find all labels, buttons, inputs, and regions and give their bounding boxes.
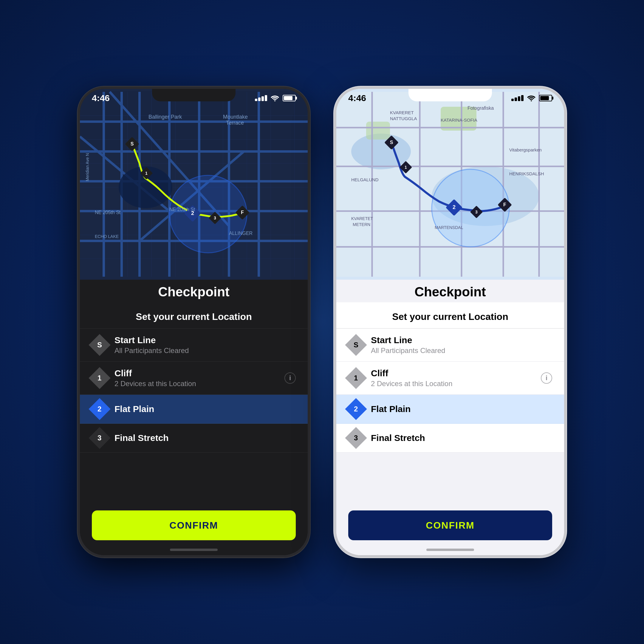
phone-light-content: 4:46	[336, 89, 564, 555]
svg-text:3: 3	[214, 216, 216, 220]
checkpoint-info-cliff-light: Cliff 2 Devices at this Location	[371, 368, 534, 388]
bottom-panel-dark: Checkpoint Set your current Location S S…	[80, 280, 308, 555]
svg-text:KATARINA-SOFIA: KATARINA-SOFIA	[441, 117, 477, 123]
svg-text:2: 2	[453, 204, 456, 210]
checkpoint-list-light: S Start Line All Participants Cleared 1	[336, 329, 564, 504]
badge-cliff-light: 1	[345, 367, 367, 389]
checkpoint-info-flat-dark: Flat Plain	[114, 404, 296, 414]
svg-text:F: F	[503, 202, 506, 207]
badge-start-dark: S	[89, 334, 111, 356]
badge-final-dark: 3	[89, 427, 111, 449]
confirm-button-dark[interactable]: CONFIRM	[92, 510, 296, 540]
time-light: 4:46	[348, 93, 366, 103]
info-icon-cliff-dark[interactable]: i	[284, 372, 296, 384]
signal-icon-dark	[255, 95, 267, 101]
checkpoint-item-flat-light[interactable]: 2 Flat Plain	[336, 395, 564, 424]
status-icons-light	[511, 95, 552, 101]
location-header-light: Set your current Location	[336, 302, 564, 329]
signal-icon-light	[511, 95, 524, 101]
time-dark: 4:46	[92, 93, 110, 103]
location-header-dark: Set your current Location	[80, 302, 308, 329]
checkpoint-info-cliff-dark: Cliff 2 Devices at this Location	[114, 368, 277, 388]
checkpoint-info-start-light: Start Line All Participants Cleared	[371, 335, 552, 355]
confirm-btn-wrap-dark: CONFIRM	[80, 504, 308, 555]
svg-text:S: S	[390, 140, 393, 145]
svg-text:HELGALUND: HELGALUND	[351, 177, 379, 182]
svg-text:F: F	[241, 210, 244, 215]
checkpoint-list-dark: S Start Line All Participants Cleared 1	[80, 329, 308, 504]
location-title-dark: Set your current Location	[136, 311, 252, 322]
checkpoint-info-start-dark: Start Line All Participants Cleared	[114, 335, 296, 355]
wifi-icon-dark	[271, 95, 279, 101]
checkpoint-item-start-dark[interactable]: S Start Line All Participants Cleared	[80, 329, 308, 362]
checkpoint-item-cliff-dark[interactable]: 1 Cliff 2 Devices at this Location i	[80, 362, 308, 395]
svg-text:Terrace: Terrace	[226, 120, 244, 126]
svg-text:HENRIKSDALSH: HENRIKSDALSH	[509, 171, 544, 176]
svg-text:ECHO LAKE: ECHO LAKE	[95, 234, 119, 239]
svg-text:NATTUGGLA: NATTUGGLA	[390, 116, 417, 121]
svg-text:3: 3	[475, 210, 478, 214]
battery-icon-dark	[283, 95, 296, 101]
svg-text:KVARERET: KVARERET	[390, 110, 414, 115]
svg-text:MARTENSDAL: MARTENSDAL	[435, 225, 463, 230]
checkpoint-item-cliff-light[interactable]: 1 Cliff 2 Devices at this Location i	[336, 362, 564, 395]
svg-point-53	[531, 100, 532, 101]
phone-light: 4:46	[334, 86, 566, 558]
checkpoint-item-final-light[interactable]: 3 Final Stretch	[336, 424, 564, 453]
svg-text:Meridian Ave N: Meridian Ave N	[85, 153, 90, 181]
svg-text:NE 205th St: NE 205th St	[169, 207, 195, 212]
badge-flat-light: 2	[345, 398, 367, 420]
map-dark[interactable]: S 1 2 3 F Ballinger Park Mountlake	[80, 89, 308, 280]
badge-final-light: 3	[345, 427, 367, 449]
home-indicator-dark	[170, 549, 218, 551]
status-icons-dark	[255, 95, 296, 101]
confirm-btn-wrap-light: CONFIRM	[336, 504, 564, 555]
svg-text:S: S	[131, 141, 134, 146]
svg-text:KVARETET: KVARETET	[351, 216, 373, 221]
phone-dark-content: 4:46	[80, 89, 308, 555]
wifi-icon-light	[527, 95, 535, 101]
home-indicator-light	[426, 549, 474, 551]
svg-point-0	[274, 100, 275, 101]
badge-start-light: S	[345, 334, 367, 356]
checkpoint-info-flat-light: Flat Plain	[371, 404, 552, 414]
info-icon-cliff-light[interactable]: i	[541, 372, 552, 384]
badge-flat-dark: 2	[89, 398, 111, 420]
svg-text:1: 1	[145, 171, 148, 176]
svg-text:Vitabergsparken: Vitabergsparken	[509, 147, 542, 152]
svg-text:ALLINGER: ALLINGER	[229, 231, 253, 236]
svg-rect-58	[366, 122, 390, 140]
phones-container: 4:46	[78, 86, 566, 558]
checkpoint-info-final-light: Final Stretch	[371, 433, 552, 443]
confirm-button-light[interactable]: CONFIRM	[348, 510, 552, 540]
bottom-panel-light: Checkpoint Set your current Location S S…	[336, 280, 564, 555]
app-title-dark: Checkpoint	[80, 280, 308, 302]
app-title-light: Checkpoint	[336, 280, 564, 302]
checkpoint-item-final-dark[interactable]: 3 Final Stretch	[80, 424, 308, 453]
notch-dark	[152, 89, 236, 101]
checkpoint-item-start-light[interactable]: S Start Line All Participants Cleared	[336, 329, 564, 362]
checkpoint-item-flat-dark[interactable]: 2 Flat Plain	[80, 395, 308, 424]
svg-text:1: 1	[405, 165, 407, 170]
location-title-light: Set your current Location	[392, 311, 508, 322]
svg-text:Mountlake: Mountlake	[223, 114, 248, 120]
battery-icon-light	[539, 95, 552, 101]
svg-text:Ballinger Park: Ballinger Park	[148, 114, 182, 120]
notch-light	[408, 89, 492, 101]
map-light[interactable]: Fotografiska KVARERET NATTUGGLA KATARINA…	[336, 89, 564, 280]
badge-cliff-dark: 1	[89, 367, 111, 389]
phone-dark: 4:46	[78, 86, 310, 558]
svg-text:METERN: METERN	[353, 222, 370, 227]
checkpoint-info-final-dark: Final Stretch	[114, 433, 296, 443]
svg-text:NE 205th St: NE 205th St	[95, 210, 121, 215]
